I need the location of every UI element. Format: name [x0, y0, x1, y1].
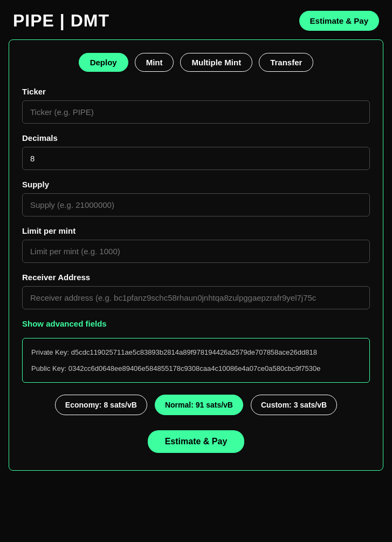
tab-row: Deploy Mint Multiple Mint Transfer	[22, 53, 370, 72]
footer-estimate-pay-button[interactable]: Estimate & Pay	[148, 430, 245, 453]
ticker-section: Ticker	[22, 87, 370, 124]
fee-economy-button[interactable]: Economy: 8 sats/vB	[55, 395, 147, 415]
private-key-label: Private Key:	[31, 348, 69, 356]
decimals-input[interactable]	[22, 147, 370, 170]
ticker-label: Ticker	[22, 87, 370, 96]
key-box: Private Key: d5cdc119025711ae5c83893b281…	[22, 338, 370, 383]
header-estimate-pay-button[interactable]: Estimate & Pay	[299, 11, 379, 31]
tab-multiple-mint[interactable]: Multiple Mint	[180, 53, 252, 72]
receiver-address-section: Receiver Address	[22, 273, 370, 309]
supply-label: Supply	[22, 180, 370, 189]
fee-row: Economy: 8 sats/vB Normal: 91 sats/vB Cu…	[22, 395, 370, 415]
limit-per-mint-section: Limit per mint	[22, 226, 370, 263]
limit-per-mint-input[interactable]	[22, 240, 370, 263]
tab-transfer[interactable]: Transfer	[259, 53, 313, 72]
show-advanced-fields-button[interactable]: Show advanced fields	[22, 319, 107, 328]
private-key-line: Private Key: d5cdc119025711ae5c83893b281…	[31, 347, 361, 358]
public-key-label: Public Key:	[31, 364, 66, 372]
ticker-input[interactable]	[22, 100, 370, 124]
tab-mint[interactable]: Mint	[135, 53, 174, 72]
supply-section: Supply	[22, 180, 370, 216]
receiver-address-label: Receiver Address	[22, 273, 370, 282]
fee-custom-button[interactable]: Custom: 3 sats/vB	[251, 395, 337, 415]
private-key-value-text: d5cdc119025711ae5c83893b2814a89f97819442…	[71, 348, 317, 356]
public-key-value-text: 0342cc6d0648ee89406e584855178c9308caa4c1…	[68, 364, 321, 372]
limit-per-mint-label: Limit per mint	[22, 226, 370, 235]
main-card: Deploy Mint Multiple Mint Transfer Ticke…	[9, 39, 383, 471]
estimate-row: Estimate & Pay	[22, 430, 370, 453]
app-header: PIPE | DMT Estimate & Pay	[0, 0, 392, 39]
app-title: PIPE | DMT	[13, 11, 109, 31]
fee-normal-button[interactable]: Normal: 91 sats/vB	[155, 395, 243, 415]
tab-deploy[interactable]: Deploy	[79, 53, 128, 72]
decimals-label: Decimals	[22, 133, 370, 143]
decimals-section: Decimals	[22, 133, 370, 170]
receiver-address-input[interactable]	[22, 286, 370, 309]
supply-input[interactable]	[22, 193, 370, 216]
public-key-line: Public Key: 0342cc6d0648ee89406e58485517…	[31, 363, 361, 374]
